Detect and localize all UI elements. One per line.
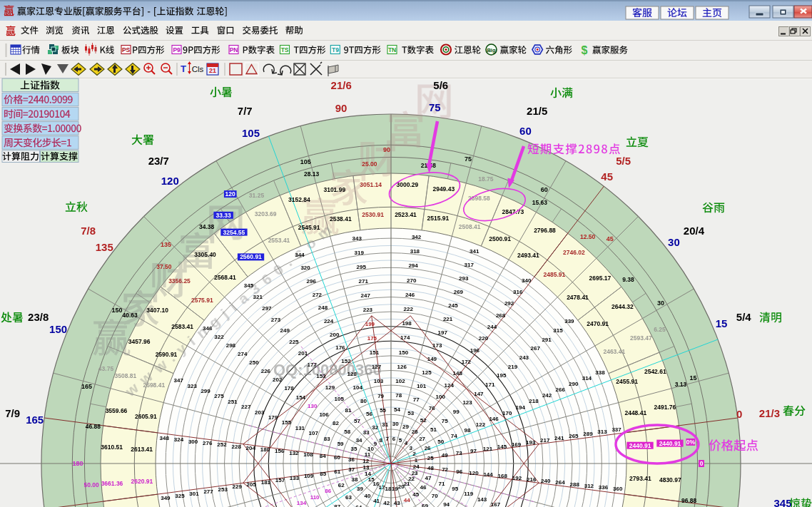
svg-text:275: 275 [214,393,224,399]
svg-text:5/6: 5/6 [433,79,448,91]
svg-text:81: 81 [345,407,351,414]
svg-text:106: 106 [319,411,329,418]
svg-text:60: 60 [541,186,548,193]
svg-text:3: 3 [409,445,412,451]
svg-text:2440.91: 2440.91 [659,440,681,447]
svg-text:57: 57 [354,418,360,424]
svg-text:345: 345 [773,497,791,507]
svg-text:59: 59 [338,441,344,447]
svg-text:6.25: 6.25 [654,326,666,333]
svg-text:192: 192 [512,475,522,481]
svg-text:2545.91: 2545.91 [298,224,320,231]
svg-text:143: 143 [477,496,487,503]
svg-text:123: 123 [462,399,472,406]
svg-text:60: 60 [519,125,532,137]
svg-text:342: 342 [412,234,422,240]
svg-text:317: 317 [465,262,474,268]
svg-text:74: 74 [451,433,457,439]
svg-text:43.75: 43.75 [98,365,114,372]
svg-text:273: 273 [271,317,281,323]
svg-text:P9: P9 [173,46,181,53]
svg-text:56: 56 [366,411,372,417]
svg-text:245: 245 [448,302,458,309]
svg-text:274: 274 [238,351,248,357]
svg-text:3254.55: 3254.55 [223,229,245,236]
svg-text:130: 130 [308,403,318,409]
svg-text:129: 129 [325,384,335,391]
svg-text:46.88: 46.88 [86,423,101,430]
svg-text:150: 150 [49,323,67,335]
svg-text:249: 249 [280,327,290,334]
svg-text:23/7: 23/7 [148,155,169,167]
svg-text:36: 36 [348,456,355,463]
svg-text:2593.47: 2593.47 [630,334,652,342]
svg-text:110: 110 [310,494,320,501]
svg-text:346: 346 [203,325,213,332]
svg-text:3508.81: 3508.81 [115,372,137,379]
svg-text:292: 292 [504,300,514,307]
svg-text:85: 85 [320,471,326,477]
svg-text:TS: TS [281,46,289,53]
svg-text:2613.41: 2613.41 [131,446,153,453]
svg-text:120: 120 [161,175,179,187]
svg-text:4: 4 [405,440,408,446]
svg-text:34.38: 34.38 [199,223,215,230]
svg-text:222: 222 [404,306,414,312]
svg-text:3000.29: 3000.29 [397,181,419,188]
svg-text:157: 157 [275,477,285,483]
svg-text:200: 200 [330,332,340,338]
svg-text:2538.41: 2538.41 [330,215,352,222]
svg-text:Big: Big [487,47,496,53]
svg-text:105: 105 [242,127,260,139]
svg-text:120: 120 [225,190,235,198]
svg-text:253: 253 [218,486,228,493]
svg-text:337: 337 [611,426,621,433]
svg-text:95: 95 [452,486,458,492]
svg-text:2515.91: 2515.91 [427,215,450,222]
svg-text:135: 135 [96,241,113,253]
svg-text:58: 58 [344,429,350,435]
svg-text:30: 30 [392,421,399,427]
svg-text:9: 9 [374,441,377,447]
svg-text:3457.96: 3457.96 [128,338,151,345]
svg-text:301: 301 [189,491,199,497]
svg-text:18.75: 18.75 [478,175,494,183]
svg-text:320: 320 [300,265,310,271]
svg-text:40.63: 40.63 [122,312,138,319]
svg-text:348: 348 [160,435,170,441]
svg-text:155: 155 [282,419,292,426]
svg-text:21: 21 [209,67,216,74]
svg-text:105: 105 [300,158,311,165]
svg-text:105: 105 [335,396,345,402]
svg-text:45: 45 [607,235,614,242]
svg-text:240: 240 [541,478,551,484]
svg-text:267: 267 [531,345,541,352]
svg-text:119: 119 [464,491,473,497]
svg-text:2605.91: 2605.91 [135,413,157,420]
svg-text:2796.88: 2796.88 [534,227,556,234]
svg-text:96.88: 96.88 [681,497,697,504]
svg-text:T: T [181,63,186,74]
svg-text:78: 78 [395,392,402,399]
svg-text:108: 108 [303,451,313,458]
svg-text:4830.97: 4830.97 [659,476,681,483]
svg-text:21/3: 21/3 [759,407,780,419]
svg-text:0: 0 [736,408,742,420]
svg-text:247: 247 [361,292,371,299]
svg-text:2793.41: 2793.41 [629,475,651,482]
svg-text:15: 15 [689,374,696,381]
svg-text:295: 295 [357,264,367,270]
svg-text:103: 103 [374,378,384,384]
svg-text:172: 172 [462,359,472,365]
svg-text:216: 216 [527,476,537,483]
svg-text:37.50: 37.50 [156,263,172,270]
svg-text:72: 72 [442,466,448,473]
svg-text:204: 204 [246,445,256,451]
svg-text:25: 25 [427,455,434,461]
svg-text:45: 45 [601,170,613,183]
svg-text:3559.66: 3559.66 [106,407,128,414]
svg-text:3610.51: 3610.51 [101,444,123,451]
svg-text:3152.84: 3152.84 [288,196,310,203]
svg-text:33.33: 33.33 [215,212,231,219]
svg-text:15: 15 [716,317,728,329]
